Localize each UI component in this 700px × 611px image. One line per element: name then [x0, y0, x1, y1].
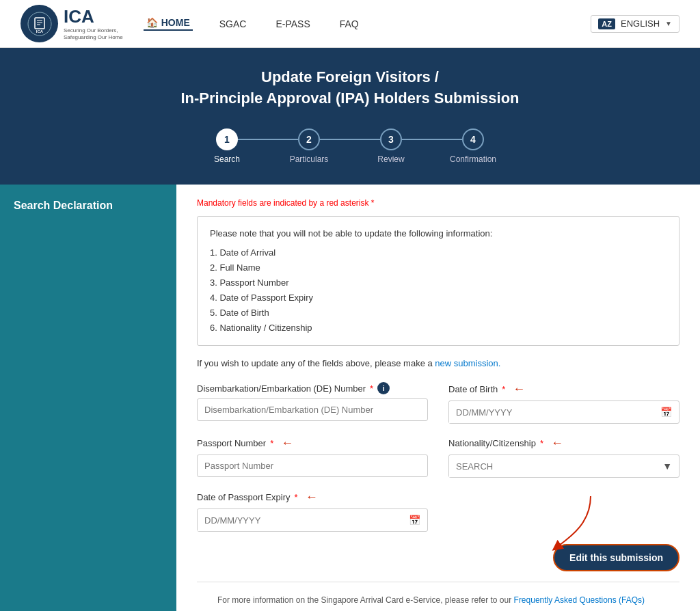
- step-label-4: Confirmation: [450, 154, 496, 164]
- logo-text: ICA Securing Our Borders,Safeguarding Ou…: [64, 6, 123, 42]
- de-number-label: Disembarkation/Embarkation (DE) Number *…: [197, 382, 428, 394]
- notice-item-4: 4. Date of Passport Expiry: [210, 290, 667, 306]
- nav-sgac[interactable]: SGAC: [217, 18, 250, 29]
- arrow-right-dob: ←: [513, 382, 525, 396]
- logo-tagline: Securing Our Borders,Safeguarding Our Ho…: [64, 27, 123, 42]
- step-circle-2: 2: [298, 128, 320, 150]
- page-banner: Update Foreign Visitors / In-Principle A…: [0, 48, 700, 185]
- logo-ica-text: ICA: [64, 6, 123, 27]
- passport-input[interactable]: [197, 454, 428, 477]
- step-2: 2 Particulars: [268, 128, 350, 164]
- notice-item-3: 3. Passport Number: [210, 275, 667, 290]
- form-row-2: Passport Number * ← Nationality/Citizens…: [197, 436, 679, 478]
- dob-input-container: 📅: [448, 400, 679, 424]
- step-label-3: Review: [377, 154, 404, 164]
- notice-box: Please note that you will not be able to…: [197, 216, 679, 347]
- mandatory-note: Mandatory fields are indicated by a red …: [197, 198, 679, 208]
- svg-text:ICA: ICA: [36, 29, 43, 33]
- notice-items: 1. Date of Arrival 2. Full Name 3. Passp…: [210, 245, 667, 336]
- logo-area: ICA ICA Securing Our Borders,Safeguardin…: [21, 5, 123, 42]
- required-star-de: *: [370, 383, 373, 394]
- notice-item-5: 5. Date of Birth: [210, 306, 667, 321]
- form-row-3: Date of Passport Expiry * ← 📅: [197, 490, 679, 532]
- curved-arrow-svg: [515, 489, 597, 558]
- chevron-down-icon: ▼: [665, 20, 672, 27]
- nationality-group: Nationality/Citizenship * ← ▼: [448, 436, 679, 478]
- dob-group: Date of Birth * ← 📅: [448, 382, 679, 424]
- site-header: ICA ICA Securing Our Borders,Safeguardin…: [0, 0, 700, 48]
- required-star-expiry: *: [295, 492, 298, 502]
- lang-text: ENGLISH: [621, 18, 660, 29]
- nav-home[interactable]: 🏠 HOME: [144, 17, 193, 31]
- sidebar: Search Declaration: [0, 185, 176, 611]
- expiry-input-container: 📅: [197, 508, 428, 532]
- steps-indicator: 1 Search 2 Particulars 3 Review 4 Confir…: [14, 128, 686, 164]
- required-star-nationality: *: [540, 438, 543, 448]
- page-title: Update Foreign Visitors / In-Principle A…: [14, 67, 686, 109]
- info-icon-de[interactable]: i: [377, 382, 390, 394]
- expiry-group: Date of Passport Expiry * ← 📅: [197, 490, 428, 532]
- dob-input[interactable]: [449, 402, 654, 423]
- step-3: 3 Review: [350, 128, 432, 164]
- form-area: Mandatory fields are indicated by a red …: [176, 185, 700, 611]
- notice-item-2: 2. Full Name: [210, 260, 667, 275]
- arrow-right-expiry: ←: [306, 490, 318, 504]
- sidebar-title: Search Declaration: [14, 200, 113, 211]
- required-star-passport: *: [270, 438, 273, 448]
- footer-info: For more information on the Singapore Ar…: [197, 582, 679, 611]
- main-content: Search Declaration Mandatory fields are …: [0, 185, 700, 611]
- step-4: 4 Confirmation: [432, 128, 514, 164]
- required-star-dob: *: [502, 384, 505, 394]
- nationality-select-container: ▼: [448, 454, 679, 478]
- expiry-label: Date of Passport Expiry * ←: [197, 490, 428, 504]
- notice-item-6: 6. Nationality / Citizenship: [210, 321, 667, 336]
- nationality-input[interactable]: [449, 456, 656, 477]
- de-number-input[interactable]: [197, 398, 428, 421]
- form-row-1: Disembarkation/Embarkation (DE) Number *…: [197, 382, 679, 424]
- nationality-label: Nationality/Citizenship * ←: [448, 436, 679, 450]
- step-circle-4: 4: [462, 128, 484, 150]
- de-number-group: Disembarkation/Embarkation (DE) Number *…: [197, 382, 428, 421]
- arrow-right-passport: ←: [281, 436, 293, 450]
- faq-link[interactable]: Frequently Asked Questions (FAQs): [514, 595, 645, 605]
- notice-item-1: 1. Date of Arrival: [210, 245, 667, 260]
- logo-emblem: ICA: [21, 5, 58, 42]
- expiry-input[interactable]: [198, 510, 402, 531]
- calendar-icon-expiry[interactable]: 📅: [402, 509, 427, 531]
- language-selector[interactable]: AZ ENGLISH ▼: [591, 15, 679, 33]
- lang-badge: AZ: [598, 18, 615, 29]
- nav-faq[interactable]: FAQ: [337, 18, 362, 29]
- dropdown-arrow-nationality[interactable]: ▼: [656, 455, 679, 477]
- new-submission-link[interactable]: new submission.: [435, 358, 500, 368]
- dob-label: Date of Birth * ←: [448, 382, 679, 396]
- passport-label: Passport Number * ←: [197, 436, 428, 450]
- nav-epass[interactable]: E-PASS: [273, 18, 312, 29]
- notice-title: Please note that you will not be able to…: [210, 226, 667, 241]
- step-circle-1: 1: [216, 128, 238, 150]
- calendar-icon-dob[interactable]: 📅: [654, 401, 679, 423]
- update-note: If you wish to update any of the fields …: [197, 358, 679, 368]
- step-circle-3: 3: [380, 128, 402, 150]
- main-nav: 🏠 HOME SGAC E-PASS FAQ: [144, 17, 591, 31]
- step-label-2: Particulars: [290, 154, 329, 164]
- arrow-right-nationality: ←: [551, 436, 563, 450]
- home-icon: 🏠: [146, 17, 158, 28]
- passport-group: Passport Number * ←: [197, 436, 428, 477]
- step-label-1: Search: [214, 154, 240, 164]
- action-area: Edit this submission: [197, 544, 679, 571]
- step-1: 1 Search: [186, 128, 268, 164]
